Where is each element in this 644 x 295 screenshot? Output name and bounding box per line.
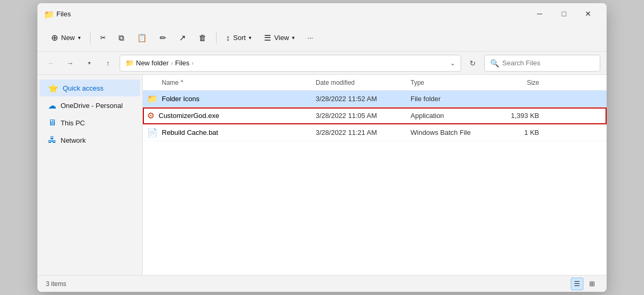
- delete-button[interactable]: 🗑: [193, 28, 212, 47]
- title-bar-title: Files: [56, 10, 528, 18]
- minimize-button[interactable]: ─: [528, 5, 552, 22]
- file-size: 1,393 KB: [491, 112, 543, 120]
- dropdown-button[interactable]: ▾: [82, 56, 96, 71]
- up-button[interactable]: ↑: [101, 56, 115, 71]
- sidebar-item-thispc[interactable]: 🖥 This PC: [40, 114, 140, 131]
- new-label: New: [61, 34, 75, 42]
- search-input[interactable]: [502, 59, 594, 67]
- view-label: View: [274, 34, 289, 42]
- file-name-cell: 📁 Folder Icons: [143, 94, 311, 104]
- table-row[interactable]: ⚙ CustomizerGod.exe 3/28/2022 11:05 AM A…: [143, 107, 607, 124]
- back-button[interactable]: ←: [44, 56, 58, 71]
- sort-button[interactable]: ↕ Sort ▾: [221, 28, 257, 47]
- status-bar: 3 items ☰ ⊞: [37, 275, 607, 292]
- list-view-icon: ☰: [574, 280, 580, 288]
- more-icon: ···: [307, 34, 313, 42]
- file-name-cell: 📄 Rebuild Cache.bat: [143, 127, 311, 137]
- address-bar: ← → ▾ ↑ 📁 New folder › Files › ⌄ ↻ 🔍: [37, 52, 607, 75]
- new-plus-icon: ⊕: [51, 33, 58, 43]
- search-box[interactable]: 🔍: [484, 55, 600, 72]
- path-sep-2: ›: [192, 60, 194, 67]
- header-name[interactable]: Name ^: [143, 79, 311, 86]
- rename-icon: ✏: [160, 33, 167, 43]
- grid-view-icon: ⊞: [589, 280, 595, 288]
- copy-button[interactable]: ⧉: [113, 28, 130, 47]
- header-size[interactable]: Size: [491, 79, 543, 86]
- sort-label: Sort: [233, 34, 246, 42]
- up-icon: ↑: [106, 59, 110, 67]
- file-date: 3/28/2022 11:21 AM: [311, 129, 406, 136]
- list-view-button[interactable]: ☰: [571, 278, 583, 290]
- file-type: File folder: [406, 95, 491, 103]
- search-icon: 🔍: [490, 59, 499, 67]
- file-name: Rebuild Cache.bat: [162, 129, 218, 136]
- file-list-header: Name ^ Date modified Type Size: [143, 75, 607, 91]
- close-button[interactable]: ✕: [576, 5, 600, 22]
- dropdown-icon: ▾: [88, 60, 91, 66]
- back-icon: ←: [47, 59, 55, 67]
- grid-view-button[interactable]: ⊞: [586, 278, 598, 290]
- table-row[interactable]: 📁 Folder Icons 3/28/2022 11:52 AM File f…: [143, 91, 607, 107]
- cut-icon: ✂: [100, 34, 106, 42]
- file-list: Name ^ Date modified Type Size 📁 Folder …: [143, 75, 607, 275]
- toolbar-separator-2: [216, 32, 217, 44]
- view-icon: ☰: [264, 33, 271, 43]
- title-bar-controls: ─ □ ✕: [528, 5, 600, 22]
- header-type[interactable]: Type: [406, 79, 491, 86]
- file-date: 3/28/2022 11:52 AM: [311, 95, 406, 103]
- maximize-button[interactable]: □: [552, 5, 576, 22]
- toolbar-separator-1: [90, 32, 91, 44]
- folder-icon: 📁: [147, 94, 158, 104]
- delete-icon: 🗑: [199, 33, 207, 42]
- title-bar: 📁 Files ─ □ ✕: [37, 3, 607, 24]
- copy-icon: ⧉: [119, 33, 124, 43]
- more-button[interactable]: ···: [302, 28, 318, 47]
- header-date[interactable]: Date modified: [311, 79, 406, 86]
- toolbar: ⊕ New ▾ ✂ ⧉ 📋 ✏ ↗ 🗑 ↕ Sort ▾ ☰: [37, 24, 607, 52]
- new-button[interactable]: ⊕ New ▾: [46, 28, 86, 47]
- star-icon: ⭐: [48, 83, 58, 93]
- forward-button[interactable]: →: [63, 56, 77, 71]
- paste-icon: 📋: [137, 33, 147, 43]
- sidebar-item-quickaccess[interactable]: ⭐ Quick access: [40, 80, 140, 96]
- sidebar-item-quickaccess-label: Quick access: [63, 84, 103, 92]
- file-type: Application: [406, 112, 491, 120]
- sidebar-item-onedrive[interactable]: ☁ OneDrive - Personal: [40, 97, 140, 114]
- sidebar: ⭐ Quick access ☁ OneDrive - Personal 🖥 T…: [37, 75, 143, 275]
- sort-chevron-icon: ▾: [249, 35, 251, 41]
- main-content: ⭐ Quick access ☁ OneDrive - Personal 🖥 T…: [37, 75, 607, 275]
- path-part1: New folder: [136, 59, 169, 67]
- network-icon: 🖧: [48, 135, 56, 145]
- new-chevron-icon: ▾: [78, 35, 81, 41]
- computer-icon: 🖥: [48, 118, 56, 127]
- path-sep-1: ›: [171, 60, 173, 67]
- view-chevron-icon: ▾: [292, 35, 295, 41]
- title-bar-icon: 📁: [44, 9, 52, 18]
- file-name: CustomizerGod.exe: [159, 112, 219, 120]
- cut-button[interactable]: ✂: [95, 28, 111, 47]
- sidebar-item-network-label: Network: [61, 136, 86, 144]
- rename-button[interactable]: ✏: [154, 28, 172, 47]
- refresh-button[interactable]: ↻: [465, 56, 480, 71]
- share-icon: ↗: [179, 33, 186, 43]
- file-type: Windows Batch File: [406, 129, 491, 136]
- sort-indicator: ^: [181, 80, 183, 85]
- address-dropdown-icon[interactable]: ⌄: [450, 60, 455, 67]
- share-button[interactable]: ↗: [174, 28, 191, 47]
- forward-icon: →: [66, 59, 74, 67]
- table-row[interactable]: 📄 Rebuild Cache.bat 3/28/2022 11:21 AM W…: [143, 124, 607, 141]
- sidebar-item-onedrive-label: OneDrive - Personal: [61, 102, 123, 110]
- file-name-cell: ⚙ CustomizerGod.exe: [143, 111, 311, 121]
- paste-button[interactable]: 📋: [132, 28, 152, 47]
- path-folder-icon: 📁: [125, 59, 134, 67]
- refresh-icon: ↻: [470, 59, 476, 67]
- file-size: 1 KB: [491, 129, 543, 136]
- sidebar-item-network[interactable]: 🖧 Network: [40, 132, 140, 149]
- file-date: 3/28/2022 11:05 AM: [311, 112, 406, 120]
- view-button[interactable]: ☰ View ▾: [259, 28, 300, 47]
- cloud-icon: ☁: [48, 101, 56, 111]
- address-path[interactable]: 📁 New folder › Files › ⌄: [120, 55, 461, 72]
- sidebar-item-thispc-label: This PC: [61, 119, 85, 127]
- exe-icon: ⚙: [147, 111, 154, 121]
- item-count: 3 items: [46, 280, 66, 288]
